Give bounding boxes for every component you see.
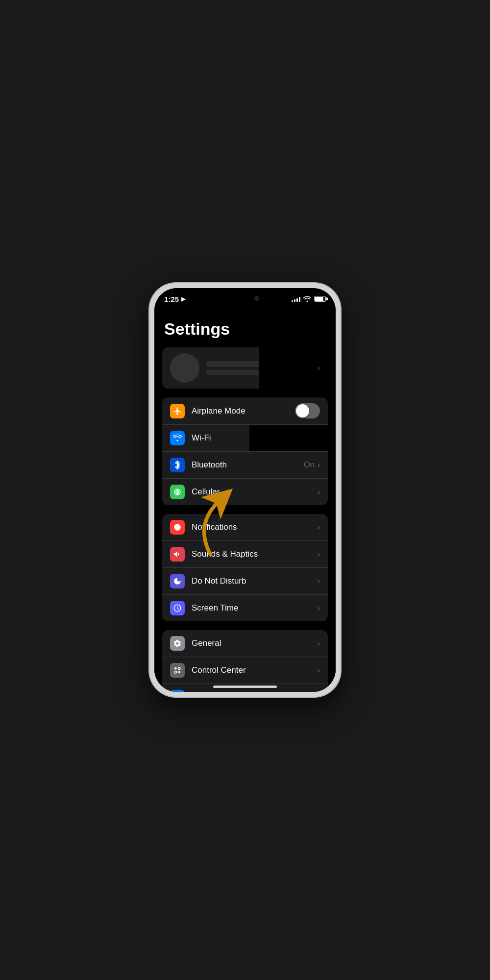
avatar xyxy=(170,353,199,383)
sounds-label: Sounds & Haptics xyxy=(192,549,318,559)
time-display: 1:25 xyxy=(164,295,179,303)
notifications-svg xyxy=(173,523,181,531)
display-icon: AA xyxy=(170,690,185,692)
airplane-mode-row[interactable]: Airplane Mode xyxy=(162,397,328,425)
svg-point-6 xyxy=(174,671,177,674)
home-indicator[interactable] xyxy=(213,686,277,688)
phone-frame: 1:25 ▶ xyxy=(149,283,341,697)
cellular-chevron: › xyxy=(318,488,320,496)
screen-time-svg xyxy=(173,604,182,612)
svg-point-5 xyxy=(178,667,181,670)
page-title: Settings xyxy=(154,310,336,343)
bluetooth-label: Bluetooth xyxy=(192,460,304,470)
airplane-mode-toggle[interactable] xyxy=(295,403,320,418)
screen-content[interactable]: Settings › xyxy=(154,310,336,692)
airplane-mode-icon xyxy=(170,404,185,418)
notifications-chevron: › xyxy=(318,523,320,531)
svg-point-7 xyxy=(178,671,181,674)
battery-icon xyxy=(314,296,326,302)
wifi-redaction xyxy=(249,425,328,451)
bluetooth-row[interactable]: Bluetooth On › xyxy=(162,452,328,479)
general-svg xyxy=(173,639,182,648)
airplane-icon xyxy=(173,407,182,416)
control-center-label: Control Center xyxy=(192,665,318,675)
general-label: General xyxy=(192,638,318,648)
control-center-row[interactable]: Control Center › xyxy=(162,657,328,684)
notifications-label: Notifications xyxy=(192,522,318,532)
wifi-setting-svg xyxy=(173,435,182,441)
do-not-disturb-row[interactable]: Do Not Disturb › xyxy=(162,568,328,595)
sounds-haptics-row[interactable]: Sounds & Haptics › xyxy=(162,541,328,568)
screen-time-row[interactable]: Screen Time › xyxy=(162,595,328,621)
bluetooth-value: On xyxy=(304,460,315,470)
cellular-row[interactable]: Cellular › xyxy=(162,479,328,505)
dnd-chevron: › xyxy=(318,577,320,585)
status-time: 1:25 ▶ xyxy=(164,295,185,303)
general-icon xyxy=(170,636,185,651)
general-row[interactable]: General › xyxy=(162,630,328,657)
notifications-icon xyxy=(170,520,185,535)
screen-time-chevron: › xyxy=(318,604,320,612)
control-center-icon xyxy=(170,663,185,678)
cellular-label: Cellular xyxy=(192,487,318,497)
battery-fill xyxy=(315,297,323,301)
airplane-mode-label: Airplane Mode xyxy=(192,406,295,416)
notch xyxy=(216,293,274,307)
sounds-svg xyxy=(173,550,182,559)
general-chevron: › xyxy=(318,639,320,647)
profile-chevron-icon: › xyxy=(318,364,320,372)
profile-section[interactable]: › xyxy=(162,347,328,389)
dnd-svg xyxy=(173,577,182,586)
status-bar: 1:25 ▶ xyxy=(154,288,336,310)
signal-bar-3 xyxy=(296,298,298,302)
location-icon: ▶ xyxy=(181,296,185,302)
camera xyxy=(254,296,259,301)
signal-bar-1 xyxy=(292,300,293,302)
screen-time-label: Screen Time xyxy=(192,603,318,613)
wifi-row[interactable]: Wi-Fi xyxy=(162,425,328,452)
dnd-icon xyxy=(170,574,185,588)
cellular-icon xyxy=(170,485,185,499)
phone-screen: 1:25 ▶ xyxy=(154,288,336,692)
wifi-icon xyxy=(303,296,311,302)
signal-strength xyxy=(292,296,300,302)
control-center-svg xyxy=(173,666,182,675)
dnd-label: Do Not Disturb xyxy=(192,576,318,586)
sounds-icon xyxy=(170,547,185,562)
wifi-setting-icon xyxy=(170,431,185,445)
status-indicators xyxy=(292,296,326,302)
bluetooth-icon xyxy=(170,458,185,472)
toggle-knob xyxy=(296,404,309,417)
connectivity-group: Airplane Mode Wi-Fi xyxy=(162,397,328,505)
bluetooth-chevron: › xyxy=(318,461,320,469)
signal-bar-2 xyxy=(294,299,295,302)
notifications-row[interactable]: Notifications › xyxy=(162,514,328,541)
profile-name-placeholder xyxy=(206,361,265,367)
notifications-group: Notifications › Sounds & Haptics › xyxy=(162,514,328,621)
general-group: General › Control Center › xyxy=(162,630,328,692)
svg-point-4 xyxy=(174,667,177,670)
signal-bar-4 xyxy=(299,297,300,302)
sounds-chevron: › xyxy=(318,550,320,558)
bluetooth-svg xyxy=(174,461,181,469)
control-center-chevron: › xyxy=(318,666,320,674)
screen-time-icon xyxy=(170,601,185,615)
cellular-svg xyxy=(173,488,182,496)
